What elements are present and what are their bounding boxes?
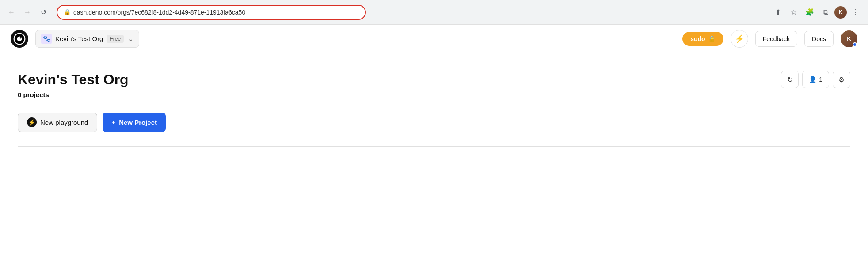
lightning-button[interactable]: ⚡ <box>731 30 748 48</box>
org-name: Kevin's Test Org <box>55 35 103 42</box>
lightning-icon: ⚡ <box>735 34 744 44</box>
address-bar-wrap: 🔒 dash.deno.com/orgs/7ec682f8-1dd2-4d49-… <box>57 5 366 20</box>
settings-icon: ⚙ <box>838 75 845 84</box>
refresh-icon: ↻ <box>787 75 793 84</box>
back-button[interactable]: ← <box>5 6 18 19</box>
address-bar[interactable]: 🔒 dash.deno.com/orgs/7ec682f8-1dd2-4d49-… <box>57 5 366 20</box>
split-icon: ⧉ <box>823 8 828 16</box>
new-project-label: New Project <box>119 119 157 126</box>
split-button[interactable]: ⧉ <box>819 5 833 19</box>
share-button[interactable]: ⬆ <box>771 5 785 19</box>
chrome-user-avatar[interactable]: K <box>834 6 847 19</box>
members-button[interactable]: 👤 1 <box>802 71 829 88</box>
app-container: 🐾 Kevin's Test Org Free ⌄ sudo 🔒 ⚡ Feedb… <box>0 25 868 161</box>
feedback-label: Feedback <box>763 35 790 42</box>
docs-label: Docs <box>812 35 826 42</box>
menu-icon: ⋮ <box>852 8 859 16</box>
reload-icon: ↺ <box>41 8 46 16</box>
projects-label-text: projects <box>23 91 49 98</box>
app-header: 🐾 Kevin's Test Org Free ⌄ sudo 🔒 ⚡ Feedb… <box>0 25 868 53</box>
org-plan-badge: Free <box>107 35 124 43</box>
playground-lightning-icon: ⚡ <box>27 117 37 127</box>
chrome-avatar-image: K <box>834 6 847 19</box>
forward-icon: → <box>24 8 31 16</box>
back-icon: ← <box>8 8 15 16</box>
docs-button[interactable]: Docs <box>804 31 834 47</box>
page-title: Kevin's Test Org <box>18 71 129 88</box>
svg-point-2 <box>17 36 22 41</box>
browser-chrome: ← → ↺ 🔒 dash.deno.com/orgs/7ec682f8-1dd2… <box>0 0 868 25</box>
page-header-actions: ↻ 👤 1 ⚙ <box>781 71 850 88</box>
forward-button[interactable]: → <box>21 6 34 19</box>
feedback-button[interactable]: Feedback <box>755 31 797 47</box>
user-avatar[interactable]: K <box>841 30 857 47</box>
settings-button[interactable]: ⚙ <box>833 71 850 88</box>
action-buttons: ⚡ New playground + New Project <box>18 113 850 132</box>
chevron-down-icon: ⌄ <box>128 35 133 42</box>
browser-actions: ⬆ ☆ 🧩 ⧉ K ⋮ <box>771 5 863 19</box>
menu-button[interactable]: ⋮ <box>849 5 863 19</box>
new-project-button[interactable]: + New Project <box>103 113 166 132</box>
url-text: dash.deno.com/orgs/7ec682f8-1dd2-4d49-87… <box>73 9 245 16</box>
lock-icon: 🔒 <box>64 9 71 15</box>
extensions-button[interactable]: 🧩 <box>803 5 817 19</box>
avatar-notification-dot <box>853 42 857 47</box>
projects-count-row: 0 projects <box>18 91 850 98</box>
refresh-button[interactable]: ↻ <box>781 71 799 88</box>
members-icon: 👤 <box>809 76 816 83</box>
sudo-button[interactable]: sudo 🔒 <box>682 32 723 46</box>
org-selector[interactable]: 🐾 Kevin's Test Org Free ⌄ <box>35 30 139 48</box>
members-count: 1 <box>819 76 822 83</box>
svg-point-3 <box>20 37 21 38</box>
org-logo: 🐾 <box>41 34 52 44</box>
main-content: Kevin's Test Org ↻ 👤 1 ⚙ 0 pro <box>0 53 868 161</box>
plus-icon: + <box>111 119 115 126</box>
sudo-label: sudo <box>690 35 705 42</box>
page-header-row: Kevin's Test Org ↻ 👤 1 ⚙ <box>18 71 850 88</box>
bookmark-button[interactable]: ☆ <box>787 5 801 19</box>
reload-button[interactable]: ↺ <box>37 6 49 19</box>
share-icon: ⬆ <box>775 8 781 16</box>
new-playground-button[interactable]: ⚡ New playground <box>18 113 97 132</box>
bookmark-icon: ☆ <box>791 8 797 16</box>
content-divider <box>18 146 850 147</box>
deno-logo[interactable] <box>11 30 28 48</box>
projects-number: 0 <box>18 91 21 98</box>
lock-icon: 🔒 <box>708 35 716 42</box>
new-playground-label: New playground <box>40 119 88 126</box>
extensions-icon: 🧩 <box>805 8 814 16</box>
